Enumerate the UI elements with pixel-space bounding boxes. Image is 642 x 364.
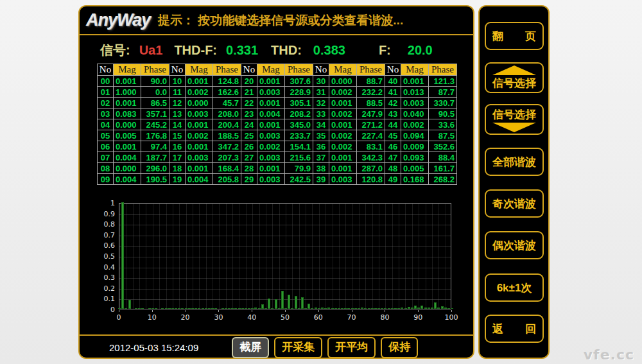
y-axis-tick-label: 0 bbox=[83, 306, 115, 314]
harmonic-mag-cell: 0.001 bbox=[257, 163, 285, 174]
x-axis-tick-label: 40 bbox=[247, 313, 256, 322]
chart-bar bbox=[351, 308, 354, 309]
harmonic-no-cell: 38 bbox=[313, 163, 329, 174]
harmonic-mag-cell: 0.000 bbox=[186, 98, 213, 108]
harmonic-mag-cell: 0.002 bbox=[329, 130, 357, 141]
even-harmonics-button[interactable]: 偶次谐波 bbox=[485, 231, 544, 259]
chart-bar bbox=[284, 308, 287, 309]
frequency-label: F: bbox=[379, 43, 391, 58]
chart-bar bbox=[334, 308, 337, 309]
harmonic-mag-cell: 0.009 bbox=[401, 141, 429, 152]
start-average-button[interactable]: 开平均 bbox=[327, 337, 376, 358]
harmonic-no-cell: 13 bbox=[169, 108, 186, 119]
harmonic-no-cell: 27 bbox=[241, 152, 257, 163]
harmonic-no-cell: 16 bbox=[169, 141, 186, 152]
harmonic-no-cell: 19 bbox=[169, 174, 186, 185]
harmonic-mag-cell: 0.002 bbox=[329, 108, 357, 119]
6k-plus-minus-1-button[interactable]: 6k±1次 bbox=[485, 273, 544, 302]
y-axis-tick-label: 0.5 bbox=[83, 252, 115, 261]
signal-select-up-button[interactable]: 信号选择 bbox=[485, 62, 544, 93]
harmonic-no-cell: 08 bbox=[98, 163, 114, 174]
harmonic-phase-cell: 190.5 bbox=[141, 174, 169, 185]
x-axis-tick-label: 100 bbox=[445, 313, 458, 322]
chart-bar bbox=[271, 308, 273, 309]
col-header-no: No bbox=[98, 64, 114, 76]
harmonic-no-cell: 48 bbox=[385, 163, 401, 174]
chart-bar bbox=[205, 308, 207, 309]
harmonic-mag-cell: 0.003 bbox=[186, 152, 213, 163]
chart-bar bbox=[202, 308, 204, 309]
odd-harmonics-button[interactable]: 奇次谐波 bbox=[485, 189, 544, 218]
chart-bar bbox=[168, 308, 171, 309]
harmonic-mag-cell: 0.001 bbox=[257, 98, 285, 108]
col-header-mag: Mag bbox=[114, 64, 141, 76]
table-row: 090.004190.5190.004205.8290.003242.5390.… bbox=[98, 174, 457, 185]
return-button[interactable]: 返 回 bbox=[485, 315, 544, 343]
harmonic-no-cell: 30 bbox=[313, 76, 329, 87]
harmonic-phase-cell: 247.9 bbox=[357, 108, 385, 119]
col-header-phase: Phase bbox=[429, 64, 457, 76]
chart-bar bbox=[424, 308, 427, 309]
all-harmonics-button[interactable]: 全部谐波 bbox=[485, 148, 544, 176]
signal-value: Ua1 bbox=[139, 43, 163, 58]
harmonic-mag-cell: 0.002 bbox=[329, 87, 357, 98]
harmonic-mag-cell: 0.004 bbox=[114, 174, 141, 185]
x-axis-tick-label: 70 bbox=[347, 313, 356, 322]
harmonic-phase-cell: 208.0 bbox=[213, 108, 241, 119]
chart-bar bbox=[211, 308, 214, 309]
chart-bar bbox=[254, 308, 257, 309]
col-header-no: No bbox=[313, 64, 329, 76]
harmonic-phase-cell: 233.7 bbox=[285, 130, 313, 141]
hint-text: 提示： 按功能键选择信号源或分类查看谐波... bbox=[158, 12, 403, 29]
harmonic-no-cell: 49 bbox=[385, 174, 401, 185]
screenshot-button[interactable]: 截屏 bbox=[232, 337, 269, 358]
harmonic-no-cell: 03 bbox=[98, 108, 114, 119]
chart-bar bbox=[354, 308, 357, 309]
start-capture-button[interactable]: 开采集 bbox=[274, 337, 322, 358]
harmonic-phase-cell: 162.6 bbox=[213, 87, 241, 98]
harmonic-phase-cell: 33.6 bbox=[429, 119, 457, 130]
harmonic-no-cell: 31 bbox=[313, 87, 329, 98]
chart-bar bbox=[195, 308, 197, 309]
col-header-phase: Phase bbox=[357, 64, 385, 76]
harmonic-mag-cell: 0.001 bbox=[329, 119, 357, 130]
chart-bar bbox=[171, 308, 174, 309]
harmonic-mag-cell: 0.004 bbox=[186, 174, 213, 185]
harmonic-phase-cell: 86.5 bbox=[141, 98, 169, 108]
harmonic-no-cell: 42 bbox=[385, 98, 401, 108]
signal-select-down-button[interactable]: 信号选择 bbox=[485, 104, 544, 135]
chart-bar bbox=[437, 308, 440, 309]
col-header-phase: Phase bbox=[285, 64, 313, 76]
harmonic-phase-cell: 88.7 bbox=[357, 76, 385, 87]
harmonic-no-cell: 41 bbox=[385, 87, 401, 98]
chart-bar bbox=[301, 297, 304, 309]
x-axis-tick-mark bbox=[418, 310, 419, 312]
harmonic-no-cell: 15 bbox=[169, 130, 186, 141]
col-header-phase: Phase bbox=[213, 64, 241, 76]
page-flip-button[interactable]: 翻 页 bbox=[485, 22, 544, 50]
harmonic-no-cell: 39 bbox=[313, 174, 329, 185]
chart-bar bbox=[148, 308, 151, 309]
harmonic-phase-cell: 271.2 bbox=[357, 119, 385, 130]
y-axis-tick-label: 0.9 bbox=[83, 210, 115, 218]
x-axis-tick-mark bbox=[352, 310, 352, 312]
chart-bar bbox=[417, 308, 420, 309]
y-axis-tick-label: 0.4 bbox=[83, 263, 115, 272]
chart-bar bbox=[315, 308, 317, 309]
harmonic-no-cell: 07 bbox=[98, 152, 114, 163]
y-axis-tick-label: 0.1 bbox=[83, 295, 115, 303]
chart-bar bbox=[214, 308, 217, 309]
harmonic-mag-cell: 0.005 bbox=[401, 163, 429, 174]
chart-bar bbox=[364, 308, 367, 309]
harmonic-phase-cell: 45.7 bbox=[213, 98, 241, 108]
harmonic-mag-cell: 0.002 bbox=[257, 141, 285, 152]
chart-bar bbox=[308, 304, 310, 309]
harmonic-no-cell: 36 bbox=[313, 141, 329, 152]
chart-bar bbox=[181, 308, 184, 309]
harmonic-no-cell: 28 bbox=[241, 163, 257, 174]
x-axis-tick-mark bbox=[218, 310, 219, 312]
harmonic-mag-cell: 0.001 bbox=[114, 76, 141, 87]
table-row: 030.083357.1130.003208.0230.004208.2330.… bbox=[98, 108, 457, 119]
hold-button[interactable]: 保持 bbox=[381, 337, 418, 358]
harmonic-phase-cell: 83.1 bbox=[357, 141, 385, 152]
